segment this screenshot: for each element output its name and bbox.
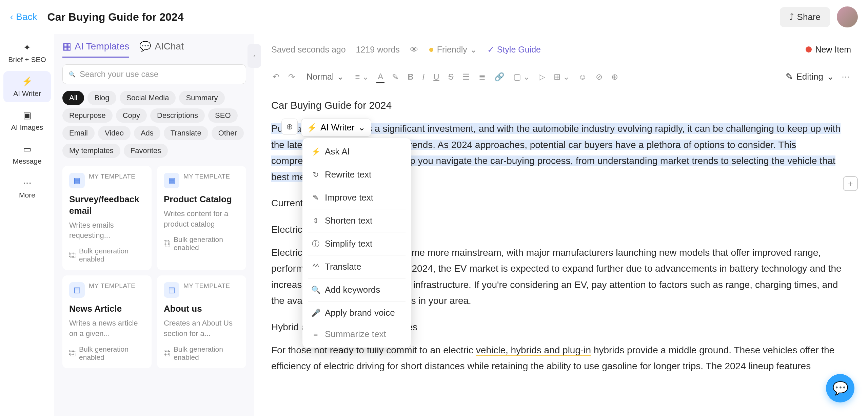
template-card[interactable]: ▤ MY TEMPLATE Product Catalog Writes con…	[157, 166, 246, 270]
visibility-icon[interactable]: 👁	[410, 45, 418, 55]
ai-writer-dropdown[interactable]: ⚡ AI Writer ⌄	[301, 119, 371, 137]
nav-more[interactable]: ⋯ More	[3, 173, 51, 204]
card-tag: MY TEMPLATE	[183, 282, 230, 290]
menu-translate[interactable]: ᴬᴬ Translate	[305, 256, 408, 277]
chip-my-templates[interactable]: My templates	[62, 144, 120, 158]
table-button[interactable]: ⊞ ⌄	[552, 71, 571, 83]
card-footer: ⿻ Bulk generation enabled	[69, 247, 145, 263]
add-block-button[interactable]: ⊕	[610, 71, 619, 83]
chip-video[interactable]: Video	[98, 126, 131, 140]
chip-seo[interactable]: SEO	[208, 108, 237, 123]
highlight-button[interactable]: ✎	[391, 71, 400, 83]
menu-keywords[interactable]: 🔍 Add keywords	[305, 279, 408, 300]
strike-button[interactable]: S	[447, 71, 455, 83]
video-button[interactable]: ▷	[537, 71, 546, 83]
card-title: Survey/feedback email	[69, 194, 145, 217]
chip-descriptions[interactable]: Descriptions	[150, 108, 205, 123]
add-comment-button[interactable]: +	[843, 176, 858, 191]
menu-summarize[interactable]: ≡ Summarize text	[305, 324, 408, 345]
more-toolbar-button[interactable]: ⋯	[840, 71, 851, 83]
tone-selector[interactable]: ● Friendly ⌄	[429, 44, 477, 55]
italic-button[interactable]: I	[421, 71, 426, 83]
copy-icon: ⿻	[164, 349, 171, 357]
nav-message[interactable]: ▭ Message	[3, 139, 51, 170]
user-avatar[interactable]	[837, 6, 858, 27]
doc-icon: ▤	[164, 173, 179, 188]
tab-ai-chat[interactable]: 💬 AIChat	[139, 41, 184, 58]
text-color-button[interactable]: A	[376, 70, 384, 83]
share-label: Share	[797, 12, 821, 22]
back-button[interactable]: ‹ Back	[10, 12, 37, 22]
menu-improve[interactable]: ✎ Improve text	[305, 187, 408, 208]
search-input[interactable]	[80, 69, 240, 79]
template-card[interactable]: ▤ MY TEMPLATE Survey/feedback email Writ…	[62, 166, 152, 270]
search-icon: 🔍	[311, 286, 320, 294]
nav-label: AI Writer	[13, 89, 41, 98]
style-guide-link[interactable]: ✓ Style Guide	[487, 45, 541, 55]
chip-other[interactable]: Other	[212, 126, 244, 140]
ai-writer-label: AI Writer	[320, 122, 355, 133]
bolt-icon: ⚡	[307, 123, 317, 132]
copy-icon: ⿻	[69, 349, 76, 357]
card-tag: MY TEMPLATE	[89, 173, 135, 180]
chip-copy[interactable]: Copy	[116, 108, 147, 123]
chip-all[interactable]: All	[62, 91, 84, 105]
template-card[interactable]: ▤ MY TEMPLATE About us Creates an About …	[157, 275, 246, 368]
nav-ai-writer[interactable]: ⚡ AI Writer	[3, 71, 51, 102]
globe-icon: ᴬᴬ	[311, 263, 320, 271]
bullet-list-button[interactable]: ☰	[461, 71, 471, 83]
menu-brand-voice[interactable]: 🎤 Apply brand voice	[305, 302, 408, 324]
bold-button[interactable]: B	[406, 71, 415, 83]
chip-email[interactable]: Email	[62, 126, 95, 140]
plus-icon: ⊕	[286, 122, 293, 131]
chip-blog[interactable]: Blog	[87, 91, 116, 105]
nav-ai-images[interactable]: ▣ AI Images	[3, 105, 51, 136]
editor-toolbar: ↶ ↷ Normal ⌄ ≡ ⌄ A ✎ B I U S ☰ ≣ 🔗 ▢ ⌄ ▷…	[271, 65, 851, 88]
chip-social-media[interactable]: Social Media	[120, 91, 176, 105]
chip-translate[interactable]: Translate	[164, 126, 208, 140]
doc-icon: ▤	[69, 282, 85, 298]
menu-rewrite[interactable]: ↻ Rewrite text	[305, 164, 408, 185]
card-tag: MY TEMPLATE	[183, 173, 230, 180]
chip-ads[interactable]: Ads	[134, 126, 160, 140]
underline-button[interactable]: U	[432, 71, 440, 83]
chip-summary[interactable]: Summary	[179, 91, 224, 105]
template-cards: ▤ MY TEMPLATE Survey/feedback email Writ…	[62, 166, 246, 368]
nav-label: Brief + SEO	[8, 56, 46, 64]
editing-mode[interactable]: ✎ Editing ⌄	[786, 71, 834, 82]
main-layout: ✦ Brief + SEO ⚡ AI Writer ▣ AI Images ▭ …	[0, 34, 868, 416]
link-button[interactable]: 🔗	[493, 71, 506, 83]
chevron-down-icon: ⌄	[358, 122, 366, 133]
align-button[interactable]: ≡ ⌄	[354, 71, 371, 83]
search-icon: 🔍	[69, 71, 76, 78]
doc-icon: ▤	[69, 173, 85, 188]
undo-button[interactable]: ↶	[271, 71, 281, 83]
editor-status-bar: Saved seconds ago 1219 words 👁 ● Friendl…	[271, 44, 851, 55]
copy-icon: ⿻	[164, 240, 171, 248]
card-desc: Writes content for a product catalog	[164, 209, 239, 230]
redo-button[interactable]: ↷	[287, 71, 296, 83]
format-selector[interactable]: Normal ⌄	[302, 70, 348, 84]
share-button[interactable]: ⤴ Share	[780, 7, 830, 27]
menu-simplify[interactable]: ⓘ Simplify text	[305, 233, 408, 254]
menu-ask-ai[interactable]: ⚡ Ask AI	[305, 141, 408, 162]
nav-brief-seo[interactable]: ✦ Brief + SEO	[3, 37, 51, 68]
new-item-indicator[interactable]: New Item	[806, 45, 851, 55]
template-card[interactable]: ▤ MY TEMPLATE News Article Writes a news…	[62, 275, 152, 368]
menu-shorten[interactable]: ⇕ Shorten text	[305, 210, 408, 231]
chip-favorites[interactable]: Favorites	[124, 144, 168, 158]
tab-ai-templates[interactable]: ▦ AI Templates	[62, 41, 129, 58]
chevron-left-icon: ‹	[10, 12, 13, 22]
filter-chips: All Blog Social Media Summary Repurpose …	[62, 91, 246, 158]
ai-add-button[interactable]: ⊕	[281, 119, 298, 135]
tab-label: AIChat	[155, 41, 184, 52]
image-button[interactable]: ▢ ⌄	[512, 71, 532, 83]
clear-format-button[interactable]: ⊘	[594, 71, 604, 83]
card-footer: ⿻ Bulk generation enabled	[69, 345, 145, 361]
emoji-button[interactable]: ☺	[577, 71, 588, 83]
search-box[interactable]: 🔍	[62, 64, 246, 84]
number-list-button[interactable]: ≣	[477, 71, 487, 83]
edit-icon: ✎	[311, 193, 320, 202]
chip-repurpose[interactable]: Repurpose	[62, 108, 113, 123]
chat-fab-button[interactable]: 💬	[826, 374, 854, 402]
